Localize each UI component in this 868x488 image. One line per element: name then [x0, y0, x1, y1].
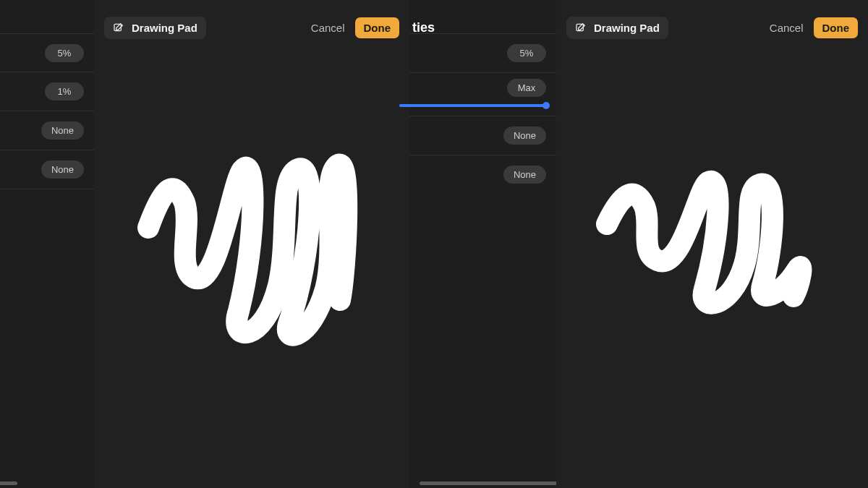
drawing-canvas[interactable] [556, 0, 868, 488]
property-row: None [409, 116, 556, 155]
property-row: 5% [0, 33, 94, 72]
slider-thumb[interactable] [542, 102, 550, 109]
property-row-with-slider: Max [409, 72, 556, 116]
property-value-pill[interactable]: 1% [45, 82, 84, 100]
slider-fill [399, 104, 546, 107]
property-value-pill[interactable]: None [41, 160, 84, 179]
drawing-pad-panel-left: Drawing Pad Cancel Done [94, 0, 409, 488]
property-value-pill[interactable]: None [503, 166, 546, 184]
property-row: None [0, 150, 94, 189]
property-row: 1% [0, 72, 94, 111]
property-row: None [0, 111, 94, 150]
scroll-indicator[interactable] [0, 481, 17, 485]
property-value-pill[interactable]: 5% [507, 44, 546, 62]
property-value-pill[interactable]: 5% [45, 44, 84, 62]
property-value-pill[interactable]: None [41, 121, 84, 140]
properties-heading-fragment: ties [412, 20, 485, 35]
properties-panel-mid: ties 5% Max None None [409, 0, 556, 488]
properties-panel-left: 5% 1% None None [0, 0, 94, 488]
drawing-pad-panel-right: Drawing Pad Cancel Done [556, 0, 868, 488]
slider-track[interactable] [399, 104, 546, 107]
property-value-pill[interactable]: None [503, 127, 546, 145]
property-value-pill[interactable]: Max [507, 79, 546, 97]
property-row: 5% [409, 33, 556, 72]
property-row: None [409, 155, 556, 194]
drawing-canvas[interactable] [94, 0, 409, 488]
